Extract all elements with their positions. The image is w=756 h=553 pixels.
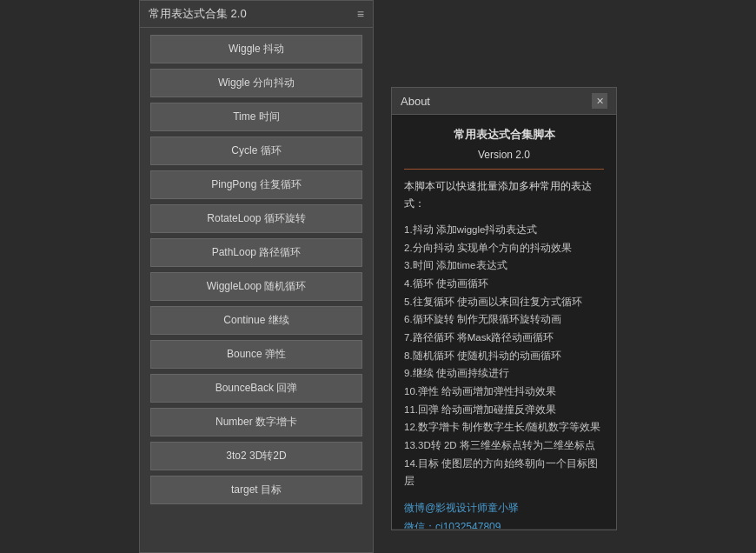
button-pathloop[interactable]: PathLoop 路径循环 <box>150 238 362 267</box>
button-bounceback[interactable]: BounceBack 回弹 <box>150 374 362 403</box>
button-wiggle-split[interactable]: Wiggle 分向抖动 <box>150 69 362 97</box>
close-button[interactable]: ✕ <box>592 93 607 109</box>
list-item: 2.分向抖动 实现单个方向的抖动效果 <box>404 239 604 257</box>
button-number[interactable]: Number 数字增卡 <box>150 408 362 436</box>
button-wiggle[interactable]: Wiggle 抖动 <box>150 35 362 63</box>
list-item: 11.回弹 给动画增加碰撞反弹效果 <box>404 401 604 419</box>
list-item: 10.弹性 给动画增加弹性抖动效果 <box>404 383 604 401</box>
menu-icon[interactable]: ≡ <box>357 7 364 21</box>
left-panel-title: 常用表达式合集 2.0 <box>149 6 350 22</box>
button-rotateloop[interactable]: RotateLoop 循环旋转 <box>150 204 362 233</box>
button-3to2[interactable]: 3to2 3D转2D <box>150 442 362 470</box>
button-target[interactable]: target 目标 <box>150 476 362 504</box>
list-item: 9.继续 使动画持续进行 <box>404 364 604 383</box>
about-panel: About ✕ 常用表达式合集脚本 Version 2.0 本脚本可以快速批量添… <box>391 87 617 530</box>
button-bounce[interactable]: Bounce 弹性 <box>150 340 362 369</box>
social-weibo: 微博@影视设计师童小驿 <box>404 499 604 518</box>
about-panel-title: About <box>401 95 592 108</box>
list-item: 3.时间 添加time表达式 <box>404 257 604 275</box>
list-item: 7.路径循环 将Mask路径动画循环 <box>404 329 604 347</box>
social-wechat: 微信：cj1032547809 <box>404 518 604 529</box>
social-links: 微博@影视设计师童小驿 微信：cj1032547809 <box>404 499 604 529</box>
button-cycle[interactable]: Cycle 循环 <box>150 137 362 165</box>
feature-list: 1.抖动 添加wiggle抖动表达式2.分向抖动 实现单个方向的抖动效果3.时间… <box>404 221 604 490</box>
button-wiggleloop[interactable]: WiggleLoop 随机循环 <box>150 272 362 301</box>
left-panel-header: 常用表达式合集 2.0 ≡ <box>140 1 373 28</box>
list-item: 5.往复循环 使动画以来回往复方式循环 <box>404 293 604 311</box>
about-content: 常用表达式合集脚本 Version 2.0 本脚本可以快速批量添加多种常用的表达… <box>392 115 616 529</box>
script-version: Version 2.0 <box>404 146 604 163</box>
about-panel-header: About ✕ <box>392 88 616 115</box>
button-time[interactable]: Time 时间 <box>150 103 362 131</box>
intro-text: 本脚本可以快速批量添加多种常用的表达式： <box>404 178 604 211</box>
list-item: 6.循环旋转 制作无限循环旋转动画 <box>404 310 604 329</box>
button-pingpong[interactable]: PingPong 往复循环 <box>150 170 362 199</box>
list-item: 14.目标 使图层的方向始终朝向一个目标图层 <box>404 455 604 490</box>
divider <box>404 169 604 170</box>
list-item: 12.数字增卡 制作数字生长/随机数字等效果 <box>404 418 604 436</box>
button-continue[interactable]: Continue 继续 <box>150 306 362 335</box>
list-item: 8.随机循环 使随机抖动的动画循环 <box>404 347 604 365</box>
list-item: 4.循环 使动画循环 <box>404 275 604 293</box>
left-panel: 常用表达式合集 2.0 ≡ Wiggle 抖动Wiggle 分向抖动Time 时… <box>139 0 374 553</box>
script-title: 常用表达式合集脚本 <box>404 125 604 144</box>
buttons-container: Wiggle 抖动Wiggle 分向抖动Time 时间Cycle 循环PingP… <box>140 28 373 511</box>
list-item: 1.抖动 添加wiggle抖动表达式 <box>404 221 604 239</box>
list-item: 13.3D转 2D 将三维坐标点转为二维坐标点 <box>404 436 604 455</box>
